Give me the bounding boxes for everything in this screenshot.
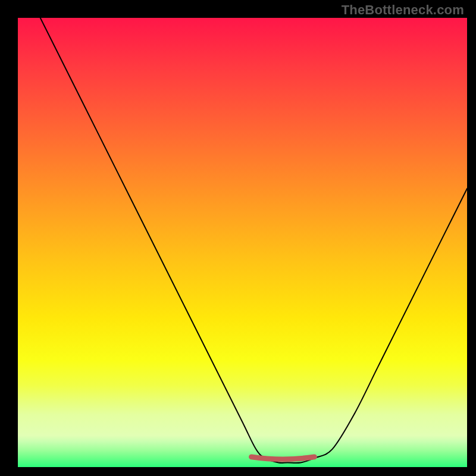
curve-layer: [18, 18, 467, 467]
flat-region-marker: [252, 457, 315, 459]
bottleneck-curve: [40, 18, 467, 463]
chart-frame: TheBottleneck.com: [0, 0, 476, 476]
plot-area: [18, 18, 467, 467]
watermark-text: TheBottleneck.com: [342, 2, 464, 18]
